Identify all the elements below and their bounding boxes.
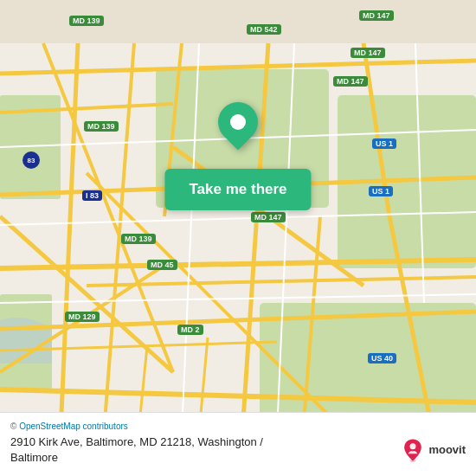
map-roads <box>0 0 476 476</box>
badge-md45: MD 45 <box>147 260 177 270</box>
location-pin <box>218 102 258 142</box>
attribution-text: © OpenStreetMap contributors <box>10 421 466 431</box>
badge-md139-top: MD 139 <box>69 16 104 26</box>
svg-point-35 <box>410 443 416 449</box>
copyright-symbol: © <box>10 421 16 431</box>
badge-i83-l2: I 83 <box>82 190 102 201</box>
badge-md147-tr: MD 147 <box>359 10 394 21</box>
bottom-bar: © OpenStreetMap contributors 2910 Kirk A… <box>0 412 476 476</box>
moovit-text: moovit <box>428 443 466 456</box>
moovit-logo: moovit <box>401 438 466 462</box>
badge-md129: MD 129 <box>65 312 100 322</box>
map-container: MD 139 MD 147 MD 542 MD 147 MD 147 MD 13… <box>0 0 476 476</box>
badge-md2: MD 2 <box>177 325 203 335</box>
badge-md147-r: MD 147 <box>333 76 368 87</box>
take-me-there-button[interactable]: Take me there <box>164 169 311 210</box>
badge-us1-r: US 1 <box>372 138 396 149</box>
openstreetmap-link[interactable]: OpenStreetMap contributors <box>19 421 128 431</box>
address-row: 2910 Kirk Ave, Baltimore, MD 21218, Wash… <box>10 434 466 466</box>
badge-us40: US 40 <box>368 353 396 363</box>
badge-md542: MD 542 <box>247 24 281 35</box>
badge-md147-b: MD 147 <box>251 212 286 222</box>
badge-md139-l: MD 139 <box>84 121 119 132</box>
badge-md147-mid: MD 147 <box>351 48 385 58</box>
pin-marker <box>209 93 266 150</box>
badge-i83-l: 83 <box>23 151 40 169</box>
pin-inner-dot <box>230 114 246 130</box>
badge-md139-lb: MD 139 <box>121 234 156 244</box>
address-line1: 2910 Kirk Ave, Baltimore, MD 21218, Wash… <box>10 435 263 448</box>
address-text: 2910 Kirk Ave, Baltimore, MD 21218, Wash… <box>10 434 263 466</box>
moovit-icon <box>401 438 425 462</box>
address-line2: Baltimore <box>10 451 58 464</box>
badge-us1-r2: US 1 <box>369 186 393 196</box>
